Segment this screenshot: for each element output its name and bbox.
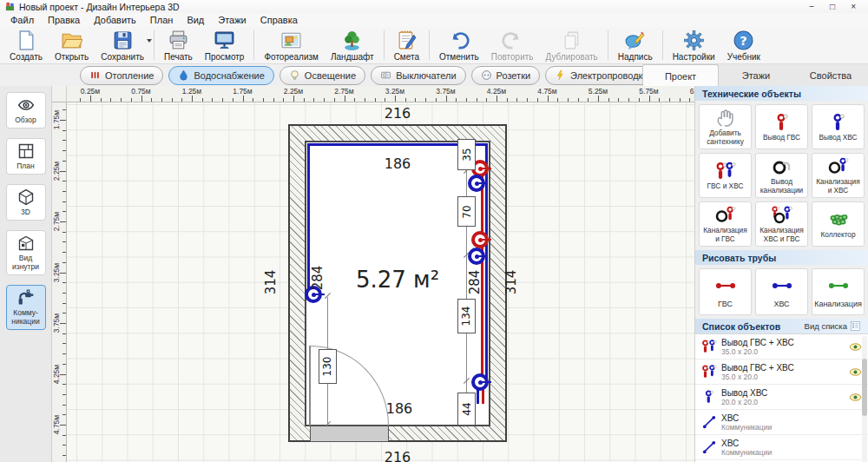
ruler-tick: [446, 96, 447, 102]
sidebar-item-interior[interactable]: Вид изнутри: [6, 230, 46, 275]
ruler-tick: [62, 394, 66, 395]
tech-button-sewer[interactable]: Вывод канализации: [755, 153, 808, 198]
toolbar-separator: [384, 30, 385, 60]
menu-item[interactable]: План: [143, 15, 181, 25]
tech-button-sewer-red[interactable]: Канализация и ГВС: [699, 201, 752, 247]
view-list-label: Вид списка: [805, 321, 847, 331]
dimension-box[interactable]: 134: [457, 299, 476, 333]
tech-button-collector[interactable]: Коллектор: [812, 201, 865, 247]
close-button[interactable]: ×: [851, 0, 856, 13]
tech-button-sewer-red-blue[interactable]: Канализация ХВС и ГВС: [755, 201, 808, 247]
pipe-button-pipe-red[interactable]: ГВС: [699, 268, 752, 315]
toolbar-button-duplicate[interactable]: Дублировать: [540, 28, 604, 63]
object-list-item[interactable]: Вывод ГВС + ХВС35.0 x 20.0: [695, 360, 868, 385]
object-list-item[interactable]: ХВСКоммуникации: [695, 410, 868, 435]
toolbar-button-printer[interactable]: Печать: [158, 28, 199, 63]
dimension-box[interactable]: 44: [457, 393, 476, 426]
menu-item[interactable]: Справка: [253, 15, 305, 25]
toolbar-button-annotation[interactable]: Надпись: [612, 28, 659, 63]
object-list-item[interactable]: Вывод ГВС + ХВС35.0 x 20.0: [695, 334, 868, 360]
eye-badge-icon[interactable]: [849, 340, 862, 353]
object-list-item[interactable]: Вывод ХВС20.0 x 20.0: [695, 385, 868, 410]
ruler-tick: [345, 96, 345, 102]
tech-button-tap-red[interactable]: Вывод ГВС: [755, 104, 808, 149]
sidebar-item-faucet[interactable]: Комму- никации: [6, 285, 46, 330]
pipe-cold-right[interactable]: [485, 143, 488, 386]
dimension-value: 130: [322, 357, 334, 377]
door[interactable]: [310, 426, 389, 442]
mode-tab-socket[interactable]: Розетки: [471, 66, 541, 85]
sidebar-item-eye[interactable]: Обзор: [6, 92, 46, 129]
view-list-control[interactable]: Вид списка: [805, 320, 861, 332]
mode-tab-drop[interactable]: Водоснабжение: [168, 66, 273, 85]
ruler-tick: [101, 98, 102, 102]
ruler-tick: [548, 96, 549, 102]
tech-button-tap-blue[interactable]: Вывод ХВС: [812, 104, 865, 149]
ruler-tick: [62, 211, 66, 212]
scrollbar-thumb[interactable]: [862, 359, 867, 416]
mode-tab-switch[interactable]: Выключатели: [371, 66, 465, 85]
tech-button-label: Канализация ХВС и ГВС: [757, 227, 806, 242]
pipe-button-pipe-green[interactable]: Канализация: [812, 268, 865, 315]
menu-item[interactable]: Вид: [180, 15, 211, 25]
ruler-corner: [52, 86, 67, 102]
cube-icon: [17, 188, 35, 206]
dimension-box[interactable]: 70: [457, 196, 476, 227]
panel-tab-1[interactable]: Этажи: [719, 64, 793, 86]
outlet-cold[interactable]: [471, 373, 489, 391]
toolbar-button-label: Просмотр: [205, 52, 245, 62]
toolbar-button-label: Отменить: [439, 52, 479, 62]
tech-button-hand[interactable]: Добавить сантехнику: [699, 104, 752, 149]
plan-canvas[interactable]: 35 70 134 44 130 314 284 284 314 216 186…: [52, 86, 694, 462]
pipe-button-label: ГВС: [718, 300, 733, 309]
ruler-tick: [62, 405, 66, 406]
mode-tab-bulb[interactable]: Освещение: [279, 66, 365, 85]
toolbar-button-estimate[interactable]: Смета: [388, 28, 425, 63]
toolbar-button-photo[interactable]: Фотореализм: [258, 28, 325, 63]
panel-tab-2[interactable]: Свойства: [793, 64, 868, 86]
ruler-tick: [537, 98, 538, 102]
outlet-hot[interactable]: [471, 231, 489, 248]
toolbar-button-monitor[interactable]: Просмотр: [199, 28, 251, 63]
eye-badge-icon[interactable]: [849, 391, 862, 404]
mode-tab-radiator[interactable]: Отопление: [80, 66, 163, 85]
toolbar-button-label: Настройки: [673, 52, 715, 62]
outlet-cold[interactable]: [468, 175, 485, 192]
tree-icon: [341, 30, 363, 51]
toolbar-button-open-folder[interactable]: Открыть: [49, 28, 95, 63]
maximize-button[interactable]: □: [830, 0, 835, 13]
menu-item[interactable]: Файл: [3, 15, 41, 25]
save-dropdown-arrow[interactable]: [147, 39, 152, 43]
menu-item[interactable]: Этажи: [211, 15, 253, 25]
ruler-label: 5.25м: [581, 87, 615, 96]
toolbar-button-help[interactable]: ?Учебник: [721, 28, 766, 63]
eye-badge-icon[interactable]: [849, 366, 862, 379]
scrollbar-track[interactable]: [862, 336, 867, 462]
ruler-label: 3.75м: [429, 87, 464, 96]
tap-red-blue-icon: [715, 161, 736, 182]
dimension-box[interactable]: 130: [319, 349, 337, 384]
object-list-item[interactable]: ХВСКоммуникации: [695, 435, 868, 460]
toolbar-button-save[interactable]: Сохранить: [95, 28, 150, 63]
toolbar-button-tree[interactable]: Ландшафт: [325, 28, 380, 63]
toolbar-button-undo[interactable]: Отменить: [433, 28, 485, 63]
tech-button-sewer-blue[interactable]: Канализация и ХВС: [812, 153, 865, 198]
horizontal-ruler: 0.25м0.75м1.25м1.75м2.25м2.75м3.25м3.75м…: [66, 86, 694, 102]
toolbar-button-redo[interactable]: Повторить: [485, 28, 540, 63]
menu-item[interactable]: Добавить: [87, 15, 143, 25]
mode-tab-lightning[interactable]: Электропроводка: [545, 66, 658, 85]
minimize-button[interactable]: −: [809, 0, 814, 13]
toolbar-button-gear[interactable]: Настройки: [667, 28, 721, 63]
dimension-box[interactable]: 35: [457, 139, 476, 170]
panel-tab-bar: ПроектЭтажиСвойства: [642, 64, 868, 87]
pipe-button-pipe-blue[interactable]: ХВС: [755, 268, 808, 315]
toolbar-button-new-document[interactable]: Создать: [3, 28, 49, 63]
tech-button-tap-red-blue[interactable]: ГВС и ХВС: [699, 153, 752, 198]
panel-tab-0[interactable]: Проект: [642, 64, 719, 87]
app-icon: [5, 2, 15, 11]
outlet-cold[interactable]: [468, 248, 485, 265]
sidebar-item-plan[interactable]: План: [6, 138, 46, 175]
menu-item[interactable]: Правка: [41, 15, 87, 25]
ruler-tick: [304, 98, 305, 102]
sidebar-item-cube[interactable]: 3D: [6, 184, 46, 221]
